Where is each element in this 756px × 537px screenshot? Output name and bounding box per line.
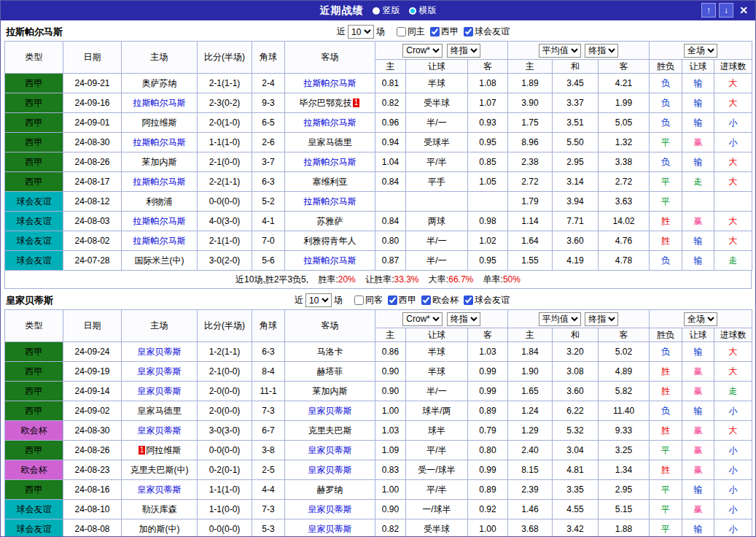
checkbox-input[interactable] xyxy=(354,295,364,305)
filter-checkbox-西甲[interactable]: 西甲 xyxy=(430,26,459,38)
near-count-select[interactable]: 10 xyxy=(305,293,332,307)
score-cell: 0-2(0-1) xyxy=(198,460,252,480)
goals-result-cell: 小 xyxy=(714,500,752,519)
checkbox-input[interactable] xyxy=(430,27,440,36)
away-team-name: 马洛卡 xyxy=(317,347,343,357)
scroll-down-button[interactable]: ↓ xyxy=(719,3,733,18)
avg-draw-cell: 4.19 xyxy=(553,251,599,271)
odds-home-cell: 1.04 xyxy=(375,152,406,172)
result-cell: 平 xyxy=(650,480,682,500)
away-team-cell: 塞维利亚 xyxy=(285,172,375,192)
odds-home-cell: 0.82 xyxy=(375,519,406,537)
avg-away-cell: 5.05 xyxy=(599,113,650,133)
col-odds-handicap: 让球 xyxy=(406,328,468,342)
home-team-cell: 皇家贝蒂斯 xyxy=(122,362,198,382)
team-name-text: 利物浦 xyxy=(147,196,173,206)
competition-type-cell: 西甲 xyxy=(5,342,63,362)
handicap-result-cell: 赢 xyxy=(682,460,714,480)
filter-checkbox-欧会杯[interactable]: 欧会杯 xyxy=(421,294,459,306)
col-odds-away: 客 xyxy=(468,328,508,342)
team-name-text: 皇家贝蒂斯 xyxy=(308,465,352,475)
filter-checkbox-球会友谊[interactable]: 球会友谊 xyxy=(464,294,510,306)
competition-type-cell: 西甲 xyxy=(5,74,63,93)
checkbox-label: 西甲 xyxy=(441,26,459,38)
avg-source-select[interactable]: 平均值 xyxy=(539,44,581,58)
date-cell: 24-07-28 xyxy=(63,251,122,271)
checkbox-input[interactable] xyxy=(464,295,473,305)
handicap-result-cell: 赢 xyxy=(682,212,714,231)
odds-stage-select[interactable]: 终指 xyxy=(447,312,480,326)
home-team-name: 加的斯(中) xyxy=(139,524,180,534)
checkbox-input[interactable] xyxy=(421,295,431,305)
filter-checkbox-group: 同主西甲球会友谊 xyxy=(391,26,510,38)
odds-source-select[interactable]: Crow* xyxy=(402,312,443,326)
layout-radio-horizontal[interactable]: 横版 xyxy=(409,4,437,17)
result-cell: 负 xyxy=(650,401,682,421)
matches-table: 类型 日期 主场 比分(半场) 角球 客场 Crow* 终指 平均值 终指 xyxy=(4,41,752,271)
corner-cell: 5-3 xyxy=(252,519,285,537)
avg-draw-cell: 2.95 xyxy=(553,152,599,172)
match-row: 西甲24-09-19皇家贝蒂斯2-1(0-0)8-4赫塔菲0.90半球0.991… xyxy=(5,362,752,382)
close-icon[interactable]: ✕ xyxy=(736,3,751,18)
checkbox-input[interactable] xyxy=(388,295,397,305)
section-team-name: 拉斯帕尔马斯 xyxy=(6,26,63,39)
section-filters: 近 10 场 同主西甲球会友谊 xyxy=(337,24,510,39)
score-cell: 3-0(3-0) xyxy=(198,421,252,441)
home-team-cell: 皇家贝蒂斯 xyxy=(122,421,198,441)
checkbox-input[interactable] xyxy=(397,27,406,36)
result-cell: 胜 xyxy=(650,212,682,231)
match-row: 西甲24-08-16皇家贝蒂斯1-1(1-0)4-4赫罗纳1.00平/半0.89… xyxy=(5,480,752,500)
handicap-result-cell: 输 xyxy=(682,251,714,271)
odds-home-cell: 1.00 xyxy=(375,401,406,421)
goals-result-cell: 大 xyxy=(714,231,752,251)
away-team-cell: 皇家贝蒂斯 xyxy=(285,441,375,460)
home-team-name: 国际米兰(中) xyxy=(135,255,184,266)
col-corner: 角球 xyxy=(252,42,285,74)
scope-select[interactable]: 全场 xyxy=(684,312,717,326)
avg-away-cell: 1.88 xyxy=(599,519,650,537)
scope-select[interactable]: 全场 xyxy=(684,44,717,58)
checkbox-input[interactable] xyxy=(464,27,473,36)
radio-unselected-icon xyxy=(373,7,380,15)
odds-source-select[interactable]: Crow* xyxy=(402,44,443,58)
col-avg-away: 客 xyxy=(599,328,650,342)
date-cell: 24-08-30 xyxy=(63,133,122,152)
avg-away-cell: 4.76 xyxy=(599,231,650,251)
team-name-text: 皇家贝蒂斯 xyxy=(138,484,182,495)
result-cell: 负 xyxy=(650,251,682,271)
home-team-cell: 克里夫巴斯(中) xyxy=(122,460,198,480)
match-row: 球会友谊24-08-02拉斯帕尔马斯2-1(1-0)7-0利雅得青年人0.80半… xyxy=(5,231,752,251)
corner-cell: 6-3 xyxy=(252,172,285,192)
filter-checkbox-同客[interactable]: 同客 xyxy=(354,294,383,306)
filter-checkbox-group: 同客西甲欧会杯球会友谊 xyxy=(349,294,510,306)
avg-draw-cell: 3.20 xyxy=(553,342,599,362)
odds-stage-select[interactable]: 终指 xyxy=(447,44,480,58)
home-team-name: 皇家贝蒂斯 xyxy=(138,366,182,376)
handicap-cell: 半球 xyxy=(406,362,468,382)
odds-home-cell: 1.09 xyxy=(375,441,406,460)
filter-checkbox-球会友谊[interactable]: 球会友谊 xyxy=(464,26,510,38)
away-team-name: 拉斯帕尔马斯 xyxy=(304,196,356,206)
team-name-text: 毕尔巴鄂竞技 xyxy=(300,98,352,108)
odds-away-cell: 1.03 xyxy=(468,342,508,362)
near-count-select[interactable]: 10 xyxy=(348,25,374,39)
titlebar-buttons: ↑ ↓ ✕ xyxy=(701,3,751,18)
avg-source-select[interactable]: 平均值 xyxy=(539,312,581,326)
col-handicap-result: 让球 xyxy=(682,328,714,342)
away-team-name: 皇家贝蒂斯 xyxy=(308,504,352,514)
match-row: 西甲24-08-26莱加内斯2-1(0-0)3-7拉斯帕尔马斯1.04平/半0.… xyxy=(5,152,752,172)
avg-stage-select[interactable]: 终指 xyxy=(585,312,618,326)
result-cell: 平 xyxy=(650,519,682,537)
scroll-up-button[interactable]: ↑ xyxy=(701,3,716,18)
layout-radio-vertical[interactable]: 竖版 xyxy=(373,4,400,17)
competition-type-cell: 球会友谊 xyxy=(5,192,63,212)
odds-home-cell: 0.94 xyxy=(375,133,406,152)
competition-type-cell: 球会友谊 xyxy=(5,231,63,251)
filter-checkbox-同主[interactable]: 同主 xyxy=(397,26,425,38)
checkbox-label: 西甲 xyxy=(399,294,416,306)
filter-checkbox-西甲[interactable]: 西甲 xyxy=(388,294,416,306)
away-team-cell: 毕尔巴鄂竞技1 xyxy=(285,93,375,113)
avg-stage-select[interactable]: 终指 xyxy=(585,44,618,58)
corner-cell: 5-6 xyxy=(252,251,285,271)
handicap-result-cell: 走 xyxy=(682,172,714,192)
